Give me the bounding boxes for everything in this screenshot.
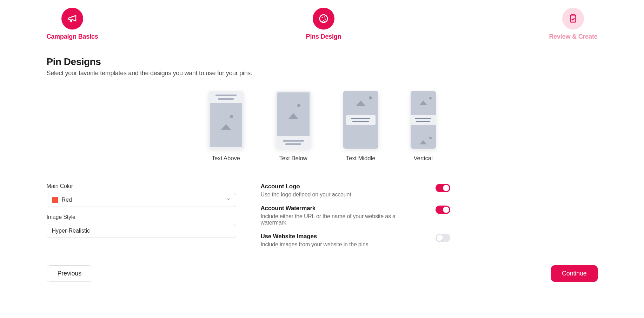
template-label: Vertical: [413, 155, 432, 162]
megaphone-icon: [61, 8, 83, 30]
template-preview: [343, 91, 378, 149]
template-label: Text Above: [212, 155, 240, 162]
previous-button[interactable]: Previous: [47, 265, 92, 282]
option-account-watermark: Account Watermark Include either the URL…: [261, 205, 450, 226]
stepper: Campaign Basics Pins Design Review & Cre…: [47, 8, 598, 40]
wizard-footer: Previous Continue: [47, 265, 598, 282]
option-title: Use Website Images: [261, 233, 369, 240]
step-review-create[interactable]: Review & Create: [549, 8, 597, 40]
template-gallery: Text Above Text Below Text Middle: [47, 91, 598, 162]
option-title: Account Logo: [261, 183, 351, 190]
svg-point-1: [322, 17, 323, 18]
svg-point-2: [324, 17, 325, 18]
svg-point-3: [325, 19, 326, 20]
option-desc: Include either the URL or the name of yo…: [261, 213, 412, 226]
template-preview: [208, 91, 244, 149]
step-label: Pins Design: [306, 33, 341, 40]
page-heading: Pin Designs Select your favorite templat…: [47, 56, 598, 77]
continue-button[interactable]: Continue: [551, 265, 597, 282]
step-pins-design[interactable]: Pins Design: [306, 8, 341, 40]
options-form: Main Color Red Image Style Hyper-Realist…: [47, 183, 598, 255]
option-title: Account Watermark: [261, 205, 412, 212]
toggle-account-watermark[interactable]: [436, 206, 450, 214]
template-label: Text Below: [279, 155, 307, 162]
clipboard-check-icon: [562, 8, 584, 30]
svg-point-0: [320, 15, 328, 23]
option-account-logo: Account Logo Use the logo defined on you…: [261, 183, 450, 198]
template-preview: [276, 91, 311, 149]
page-title: Pin Designs: [47, 56, 598, 67]
step-campaign-basics[interactable]: Campaign Basics: [47, 8, 98, 40]
main-color-label: Main Color: [47, 183, 236, 189]
option-use-website-images: Use Website Images Include images from y…: [261, 233, 450, 248]
image-style-value: Hyper-Realistic: [52, 228, 90, 234]
image-style-label: Image Style: [47, 214, 236, 220]
template-preview: [411, 91, 436, 149]
template-vertical[interactable]: Vertical: [411, 91, 436, 162]
main-color-value: Red: [62, 197, 72, 203]
svg-rect-4: [571, 15, 576, 22]
step-label: Review & Create: [549, 33, 597, 40]
image-style-select[interactable]: Hyper-Realistic: [47, 224, 236, 238]
template-text-middle[interactable]: Text Middle: [343, 91, 378, 162]
template-text-above[interactable]: Text Above: [208, 91, 244, 162]
color-swatch: [52, 197, 58, 203]
step-label: Campaign Basics: [47, 33, 98, 40]
toggle-use-website-images[interactable]: [436, 234, 450, 242]
main-color-select[interactable]: Red: [47, 193, 236, 207]
option-desc: Include images from your website in the …: [261, 241, 369, 248]
option-desc: Use the logo defined on your account: [261, 192, 351, 198]
toggle-account-logo[interactable]: [436, 184, 450, 192]
chevron-down-icon: [226, 197, 231, 203]
template-label: Text Middle: [346, 155, 376, 162]
palette-icon: [313, 8, 334, 30]
template-text-below[interactable]: Text Below: [276, 91, 311, 162]
page-subtitle: Select your favorite templates and the d…: [47, 70, 598, 77]
